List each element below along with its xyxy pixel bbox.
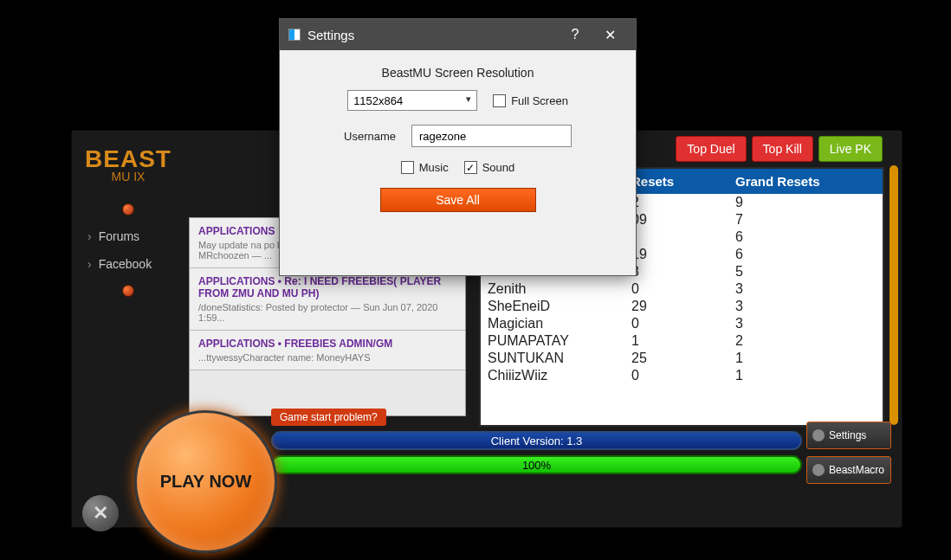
tab-live-pk[interactable]: Live PK (818, 136, 883, 162)
col-resets: Resets (631, 174, 735, 189)
sidebar-item-forums[interactable]: Forums (72, 222, 184, 250)
cell-resets: 8 (631, 264, 735, 280)
cell-resets: 2 (631, 195, 735, 210)
help-button[interactable]: ? (558, 27, 592, 42)
play-now-button[interactable]: PLAY NOW (134, 410, 277, 553)
sidebar-item-label: Facebook (99, 257, 152, 271)
music-label: Music (419, 161, 449, 174)
logo: BEAST MU IX (72, 139, 184, 196)
cell-grand-resets: 1 (735, 351, 883, 366)
username-input[interactable] (411, 125, 572, 147)
right-buttons: Settings BeastMacro (806, 422, 891, 491)
logo-line1: BEAST (85, 148, 171, 170)
macro-icon (812, 464, 825, 476)
cell-grand-resets: 6 (735, 247, 883, 262)
cell-name: SheEneiD (481, 299, 631, 314)
settings-dialog: Settings ? ✕ BeastMU Screen Resolution 1… (279, 18, 637, 276)
sound-label: Sound (482, 161, 515, 174)
cell-name: ChiiizWiiz (481, 368, 631, 383)
dialog-body: BeastMU Screen Resolution 1152x864 Full … (280, 50, 636, 221)
save-all-button[interactable]: Save All (380, 188, 536, 212)
dialog-title: Settings (307, 28, 354, 42)
music-checkbox[interactable]: Music (401, 161, 449, 174)
sound-checkbox[interactable]: ✓ Sound (464, 161, 515, 174)
client-version-bar: Client Version: 1.3 (271, 431, 802, 450)
close-launcher-button[interactable]: ✕ (82, 495, 119, 531)
news-item[interactable]: APPLICATIONS • Re: I NEED FREEBIES( PLAY… (190, 268, 465, 331)
cell-resets: 0 (631, 281, 735, 297)
bottom-bar: Game start problem? Client Version: 1.3 … (271, 409, 802, 480)
news-item[interactable]: APPLICATIONS • FREEBIES ADMIN/GM ...ttyw… (190, 331, 465, 370)
cell-grand-resets: 5 (735, 264, 883, 280)
news-body: ...ttywessyCharacter name: MoneyHAYS (198, 352, 456, 363)
cell-grand-resets: 1 (735, 368, 883, 383)
cell-grand-resets: 7 (735, 212, 883, 228)
cell-grand-resets: 6 (735, 229, 883, 245)
fullscreen-label: Full Screen (511, 94, 568, 107)
orb-icon (122, 203, 134, 216)
table-row: ChiiizWiiz01 (481, 367, 883, 384)
table-row: Zenith03 (481, 280, 883, 298)
cell-grand-resets: 3 (735, 281, 883, 297)
gear-icon (812, 429, 825, 441)
ranking-tabs: Top Duel Top Kill Live PK (676, 136, 883, 162)
cell-resets: 19 (631, 247, 735, 262)
app-icon (288, 29, 301, 41)
dialog-titlebar[interactable]: Settings ? ✕ (280, 19, 636, 50)
cell-name: PUMAPATAY (481, 333, 631, 349)
progress-bar: 100% (271, 455, 802, 474)
fullscreen-checkbox[interactable]: Full Screen (493, 94, 568, 107)
col-grand-resets: Grand Resets (735, 174, 883, 189)
tab-top-duel[interactable]: Top Duel (676, 136, 746, 162)
resolution-select[interactable]: 1152x864 (347, 90, 477, 111)
sidebar-item-label: Forums (99, 229, 139, 243)
sidebar: BEAST MU IX Forums Facebook (72, 139, 184, 304)
cell-grand-resets: 3 (735, 299, 883, 314)
scrollbar[interactable] (890, 165, 898, 425)
beastmacro-button-label: BeastMacro (829, 464, 884, 476)
table-row: PUMAPATAY12 (481, 332, 883, 350)
table-row: Magician03 (481, 315, 883, 332)
cell-resets: 29 (631, 299, 735, 314)
settings-button-label: Settings (829, 429, 866, 441)
news-title: APPLICATIONS • Re: I NEED FREEBIES( PLAY… (198, 275, 456, 299)
table-row: SheEneiD293 (481, 298, 883, 315)
cell-resets: 1 (631, 333, 735, 349)
news-title: APPLICATIONS • FREEBIES ADMIN/GM (198, 338, 456, 350)
settings-button[interactable]: Settings (806, 422, 891, 449)
cell-name: Magician (481, 316, 631, 331)
username-label: Username (344, 130, 396, 143)
cell-resets: 25 (631, 351, 735, 366)
cell-grand-resets: 3 (735, 316, 883, 331)
checkbox-icon (493, 94, 506, 107)
game-start-problem-link[interactable]: Game start problem? (271, 409, 386, 426)
cell-name: Zenith (481, 281, 631, 297)
news-body: /doneStatistics: Posted by protector — S… (198, 302, 456, 323)
cell-grand-resets: 9 (735, 195, 883, 210)
cell-resets (631, 229, 735, 245)
sidebar-item-facebook[interactable]: Facebook (72, 250, 184, 278)
table-row: SUNTUKAN251 (481, 350, 883, 367)
dialog-heading: BeastMU Screen Resolution (301, 66, 615, 80)
close-button[interactable]: ✕ (592, 27, 627, 43)
beastmacro-button[interactable]: BeastMacro (806, 456, 891, 484)
cell-resets: 09 (631, 212, 735, 228)
orb-icon (122, 285, 134, 297)
checkbox-icon: ✓ (464, 161, 477, 174)
cell-grand-resets: 2 (735, 333, 883, 349)
checkbox-icon (401, 161, 414, 174)
cell-name: SUNTUKAN (481, 351, 631, 366)
cell-resets: 0 (631, 316, 735, 331)
cell-resets: 0 (631, 368, 735, 383)
tab-top-kill[interactable]: Top Kill (752, 136, 813, 162)
